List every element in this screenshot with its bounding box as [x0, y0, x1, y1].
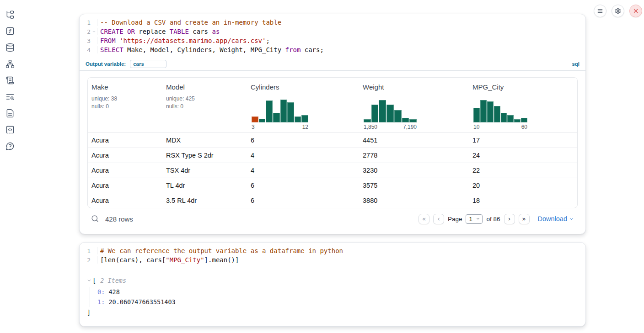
table-cell: Acura — [88, 182, 162, 189]
tree-open-bracket: [ — [92, 277, 96, 284]
table-row[interactable]: AcuraRSX Type S 2dr4277824 — [88, 148, 577, 163]
token-keyword: as — [212, 28, 220, 35]
help-icon[interactable] — [5, 142, 15, 151]
python-cell-output: [ 2 Items 0: 4281: 20.060747663551403 ] — [80, 267, 585, 326]
histogram-bar — [507, 115, 514, 122]
close-icon — [633, 8, 639, 14]
token-keyword: TABLE — [170, 28, 189, 35]
table-row[interactable]: AcuraMDX6445117 — [88, 132, 577, 148]
file-explorer-icon[interactable] — [5, 10, 15, 19]
column-histogram[interactable] — [364, 100, 417, 122]
output-variable-label: Output variable: — [86, 61, 126, 67]
column-title: Cylinders — [251, 83, 355, 91]
table-row[interactable]: Acura3.5 RL 4dr6388018 — [88, 193, 577, 208]
code-line[interactable]: 1-- Download a CSV and create an in-memo… — [80, 18, 585, 27]
table-cell: 17 — [469, 137, 577, 144]
code-text: -- Download a CSV and create an in-memor… — [97, 19, 281, 26]
column-histogram[interactable] — [252, 100, 308, 122]
code-line[interactable]: 4SELECT Make, Model, Cylinders, Weight, … — [80, 45, 585, 54]
code-line[interactable]: 1# We can reference the output variable … — [80, 246, 585, 255]
table-cell: 6 — [247, 137, 359, 144]
line-number: 1 — [80, 19, 91, 26]
token-plain: cars; — [301, 46, 324, 53]
table-cell: 4 — [247, 152, 359, 159]
tree-collapse-chevron-icon[interactable] — [87, 278, 92, 283]
token-comment: # We can reference the output variable a… — [100, 247, 343, 254]
code-line[interactable]: 2[len(cars), cars["MPG_City"].mean()] — [80, 255, 585, 264]
table-cell: 3.5 RL 4dr — [162, 197, 247, 204]
sql-cell: 1-- Download a CSV and create an in-memo… — [79, 14, 586, 234]
table-cell: 3880 — [359, 197, 469, 204]
chevron-down-icon — [476, 217, 480, 221]
data-sources-icon[interactable] — [5, 43, 15, 52]
dependency-graph-icon[interactable] — [5, 59, 15, 69]
menu-button[interactable] — [594, 5, 606, 17]
column-header-weight[interactable]: Weight1,8507,190 — [359, 78, 469, 132]
download-button[interactable]: Download — [538, 215, 574, 222]
settings-button[interactable] — [612, 5, 624, 17]
histogram-axis-labels: 1060 — [473, 124, 527, 130]
column-header-cylinders[interactable]: Cylinders312 — [247, 78, 359, 132]
python-code-editor[interactable]: 1# We can reference the output variable … — [80, 243, 585, 267]
previous-page-button[interactable]: ‹ — [433, 214, 444, 224]
page-select[interactable]: 1 — [466, 214, 483, 224]
histogram-bar — [273, 113, 280, 122]
histogram-bar — [480, 100, 487, 122]
histogram-bar — [259, 119, 266, 122]
first-page-button[interactable]: « — [419, 214, 429, 224]
code-line[interactable]: 3FROM 'https://datasets.marimo.app/cars.… — [80, 36, 585, 45]
histogram-bar — [280, 100, 287, 122]
line-number: 1 — [80, 248, 91, 254]
next-page-button[interactable]: › — [504, 214, 515, 224]
spacer — [251, 91, 355, 100]
table-cell: 20 — [469, 182, 577, 189]
language-badge[interactable]: sql — [572, 61, 580, 67]
scratchpad-icon[interactable] — [5, 76, 15, 85]
tree-entry[interactable]: 1: 20.060747663551403 — [97, 297, 578, 307]
table-cell: 2778 — [359, 152, 469, 159]
table-row[interactable]: AcuraTL 4dr6357520 — [88, 178, 577, 193]
shutdown-button[interactable] — [629, 5, 642, 17]
download-label: Download — [538, 215, 568, 222]
column-histogram[interactable] — [473, 100, 527, 122]
output-variable-input[interactable] — [130, 60, 166, 68]
fold-chevron-icon[interactable] — [91, 30, 97, 34]
column-header-mpg_city[interactable]: MPG_City1060 — [469, 78, 577, 132]
histogram-axis-labels: 1,8507,190 — [364, 124, 417, 130]
data-table: Makeunique: 38nulls: 0Modelunique: 425nu… — [87, 77, 578, 208]
snippets-icon[interactable] — [5, 125, 15, 134]
histogram-bar — [371, 105, 379, 122]
documentation-icon[interactable] — [5, 109, 15, 118]
token-comment: -- Download a CSV and create an in-memor… — [100, 19, 281, 26]
row-count: 428 rows — [105, 215, 133, 223]
table-cell: 3575 — [359, 182, 469, 189]
code-text: SELECT Make, Model, Cylinders, Weight, M… — [97, 46, 324, 53]
histogram-bar — [494, 106, 500, 122]
histogram-bar — [295, 116, 301, 122]
last-page-button[interactable]: » — [519, 214, 530, 224]
table-cell: Acura — [88, 167, 162, 174]
histogram-bar — [379, 100, 386, 122]
column-header-model[interactable]: Modelunique: 425nulls: 0 — [162, 78, 247, 132]
table-body: AcuraMDX6445117AcuraRSX Type S 2dr427782… — [88, 132, 577, 208]
token-plain: ; — [266, 37, 269, 44]
table-cell: Acura — [88, 137, 162, 144]
histogram-min-label: 3 — [252, 124, 255, 130]
sql-code-editor[interactable]: 1-- Download a CSV and create an in-memo… — [80, 14, 585, 57]
table-search-button[interactable] — [91, 215, 99, 223]
tree-children: 0: 4281: 20.060747663551403 — [90, 287, 578, 307]
tree-entry-value: 20.060747663551403 — [108, 298, 175, 306]
histogram-bar — [402, 118, 409, 122]
table-row[interactable]: AcuraTSX 4dr4323022 — [88, 163, 577, 178]
line-number: 3 — [80, 37, 91, 44]
variables-icon[interactable] — [5, 26, 15, 36]
logs-icon[interactable] — [5, 92, 15, 101]
column-header-make[interactable]: Makeunique: 38nulls: 0 — [88, 78, 162, 132]
tree-entry[interactable]: 0: 428 — [97, 287, 578, 297]
column-stats: unique: 425nulls: 0 — [166, 95, 243, 111]
histogram-bar — [301, 115, 308, 122]
token-plain: cars — [189, 28, 212, 35]
helper-panel-sidebar — [0, 0, 20, 333]
stat-line: unique: 425 — [166, 95, 243, 103]
code-line[interactable]: 2CREATE OR replace TABLE cars as — [80, 27, 585, 36]
